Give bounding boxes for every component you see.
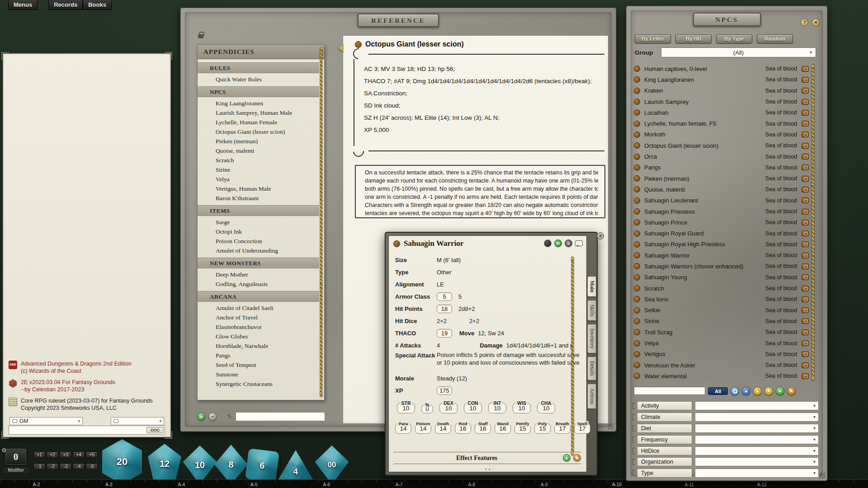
appendix-entry[interactable]: Laurish Samprey, Human Male — [198, 108, 319, 117]
remove-button[interactable]: − — [208, 413, 217, 421]
module-link-icon[interactable] — [802, 230, 809, 236]
appendix-entry[interactable]: Poison Concoction — [198, 236, 319, 246]
npc-list-item[interactable]: Human captives, 0-level Sea of blood — [634, 63, 809, 74]
filter-handle-icon[interactable] — [632, 414, 635, 420]
filter-handle-icon[interactable] — [632, 436, 635, 443]
module-link-icon[interactable] — [802, 286, 809, 291]
modifier-minus-button[interactable]: -5 — [86, 463, 98, 470]
module-link-icon[interactable] — [802, 187, 809, 192]
appendix-entry[interactable]: Pangs — [198, 351, 319, 360]
module-link-icon[interactable] — [802, 154, 809, 160]
npc-list-item[interactable]: King Laangforanen Sea of blood — [634, 74, 809, 85]
resize-grip[interactable] — [608, 423, 614, 430]
npc-token-icon[interactable] — [634, 99, 640, 105]
npc-token-icon[interactable] — [634, 307, 640, 314]
die[interactable]: 8 — [214, 445, 248, 484]
appendix-entry[interactable]: Quick Water Rules — [198, 75, 319, 84]
npc-list-item[interactable]: Sahuagin Royal Guard Sea of blood — [634, 228, 809, 239]
npc-token-icon[interactable] — [634, 241, 640, 248]
appendix-entry[interactable]: Elasmobranchuvor — [198, 322, 319, 332]
npc-list-item[interactable]: Sahuagin Lieutenant Sea of blood — [634, 195, 809, 206]
appendix-entry[interactable]: Velya — [198, 174, 319, 184]
appendix-entry[interactable]: Seed of Tempest — [198, 360, 319, 370]
module-link-icon[interactable] — [802, 88, 809, 94]
npc-token-icon[interactable] — [634, 340, 640, 347]
die[interactable]: 00 — [314, 446, 350, 484]
filter-handle-icon[interactable] — [632, 425, 635, 432]
appendix-entry[interactable]: Amulet of Citadel Saelt — [198, 303, 319, 313]
module-link-icon[interactable] — [802, 99, 809, 105]
sort-up-button[interactable]: ▲ — [742, 387, 750, 395]
filter-dropdown[interactable]: ▾ — [695, 401, 819, 410]
npc-token-icon[interactable] — [634, 296, 640, 302]
die[interactable]: 10 — [182, 446, 218, 484]
appendix-entry[interactable]: RULES — [198, 62, 319, 73]
module-link-icon[interactable] — [802, 373, 809, 379]
modifier-plus-button[interactable]: +3 — [60, 451, 71, 458]
npc-token-icon[interactable] — [634, 66, 640, 72]
help-button[interactable]: ? — [801, 19, 808, 26]
npc-token-icon[interactable] — [634, 186, 640, 192]
npc-token-icon[interactable] — [634, 154, 640, 160]
npc-list-item[interactable]: Pieken (merman) Sea of blood — [634, 173, 809, 184]
npc-token-icon[interactable] — [634, 164, 640, 171]
npc-list-item[interactable]: Sahuagin Warriors (chuvor enhanced) Sea … — [634, 261, 809, 272]
npc-list-item[interactable]: Sahuagin Young Sea of blood — [634, 272, 809, 283]
npc-list-item[interactable]: Sahuagin Prince Sea of blood — [634, 217, 809, 228]
module-link-icon[interactable] — [802, 318, 809, 324]
all-filter-button[interactable]: All — [708, 387, 728, 395]
npc-list-item[interactable]: Verukuun the Asker Sea of blood — [634, 360, 809, 371]
npc-list-item[interactable]: Laurish Samprey Sea of blood — [634, 96, 809, 107]
module-link-icon[interactable] — [802, 110, 809, 116]
modifier-plus-button[interactable]: +1 — [33, 451, 45, 458]
npc-token-icon[interactable] — [634, 263, 640, 269]
appendix-entry[interactable]: Deep Mother — [198, 270, 319, 279]
npc-token-icon[interactable] — [634, 197, 640, 204]
npc-list-item[interactable]: Octopus Giant (lesser scion) Sea of bloo… — [634, 140, 809, 151]
npc-list-item[interactable]: Lychelle, human female, F5 Sea of blood — [634, 118, 809, 129]
appendix-entry[interactable]: Lychelle, Human Female — [198, 117, 319, 127]
npc-token-icon[interactable] — [634, 351, 640, 357]
move-up-button[interactable]: ▲ — [753, 387, 762, 395]
appendix-entry[interactable]: King Laangforanen — [198, 99, 319, 108]
sheet-tab[interactable]: Actions — [587, 384, 596, 409]
modifier-plus-button[interactable]: +2 — [47, 451, 58, 458]
sheet-tab[interactable]: Main — [587, 276, 596, 297]
module-link-icon[interactable] — [802, 329, 809, 335]
npc-list-item[interactable]: Morkoth Sea of blood — [634, 129, 809, 140]
close-icon[interactable]: ✕ — [597, 232, 604, 239]
thaco-box[interactable]: 19 — [437, 329, 452, 338]
npc-list-item[interactable]: Sea lions Sea of blood — [634, 294, 809, 305]
token-icon[interactable] — [544, 239, 552, 247]
npc-token-icon[interactable] — [634, 329, 640, 335]
appendix-entry[interactable]: NPCS — [198, 86, 319, 97]
module-link-icon[interactable] — [802, 121, 809, 127]
appendix-entry[interactable]: ARCANA — [198, 291, 319, 302]
filter-dropdown[interactable]: ▾ — [695, 413, 819, 422]
filter-dropdown[interactable]: ▾ — [695, 435, 819, 444]
record-token-icon[interactable] — [355, 41, 362, 48]
appendix-entry[interactable]: Anchor of Travel — [198, 313, 319, 322]
sheet-scrollbar[interactable]: ▲ ▼ — [571, 257, 574, 455]
modifier-minus-button[interactable]: -2 — [47, 463, 58, 470]
npc-list-item[interactable]: Quoise, malenti Sea of blood — [634, 184, 809, 195]
npc-list-item[interactable]: Velya Sea of blood — [634, 338, 809, 348]
npc-token-icon[interactable] — [634, 131, 640, 138]
npc-list-item[interactable]: Troll Scrag Sea of blood — [634, 327, 809, 338]
identify-button[interactable]: ID — [554, 239, 562, 247]
group-dropdown[interactable]: (All) ▾ — [661, 47, 816, 57]
module-link-icon[interactable] — [802, 296, 809, 302]
npc-token-icon[interactable] — [634, 373, 640, 379]
npc-list-item[interactable]: Sahuagin Royal High Priestess Sea of blo… — [634, 239, 809, 250]
npcs-window-title[interactable]: NPCS — [693, 13, 761, 26]
filter-dropdown[interactable]: ▾ — [695, 446, 819, 455]
scroll-up-icon[interactable]: ▲ — [570, 256, 575, 261]
npcs-sort-tab[interactable]: By Letter — [635, 34, 671, 43]
search-input[interactable] — [634, 387, 705, 395]
resize-grip[interactable] — [819, 473, 826, 479]
reference-window-title[interactable]: REFERENCE — [358, 14, 439, 27]
appendix-entry[interactable]: Surge — [198, 217, 319, 227]
resize-grip[interactable] — [589, 467, 595, 474]
appendix-entry[interactable]: Vertigus, Human Male — [198, 184, 319, 193]
module-link-icon[interactable] — [802, 209, 809, 215]
